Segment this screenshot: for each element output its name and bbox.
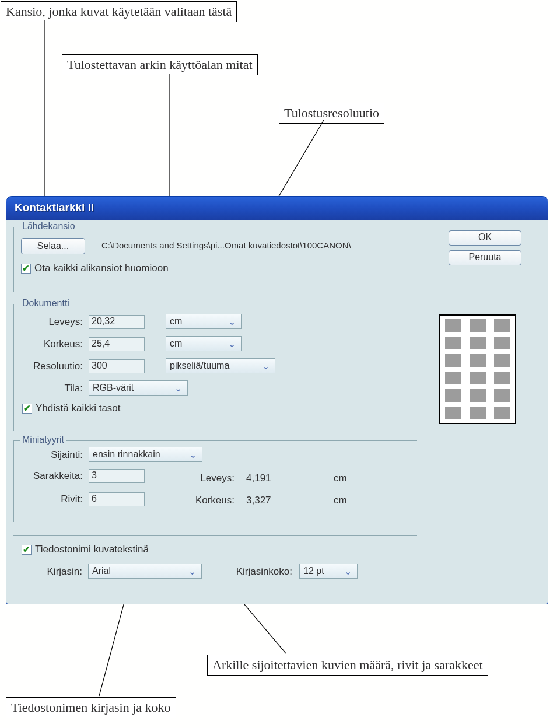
chevron-down-icon: ⌄ [342, 566, 354, 577]
filename-caption-label: Tiedostonimi kuvatekstinä [35, 544, 149, 555]
width-label: Leveys: [14, 316, 83, 328]
callout-font: Tiedostonimen kirjasin ja koko [6, 697, 176, 718]
include-subfolders-label: Ota kaikki alikansiot huomioon [34, 262, 169, 274]
preview-cell [445, 319, 461, 332]
thumb-width-value: 4,191 [246, 473, 271, 484]
dialog-body: OK Peruuta Lähdekansio Selaa... C:\Docum… [6, 220, 548, 232]
chevron-down-icon: ⌄ [226, 316, 237, 327]
preview-cell [445, 337, 461, 349]
font-label: Kirjasin: [13, 566, 82, 578]
mode-label: Tila: [14, 383, 83, 394]
preview-cell [494, 389, 510, 402]
preview-cell [494, 319, 510, 332]
resolution-label: Resoluutio: [14, 360, 83, 372]
thumb-height-value: 3,327 [246, 495, 271, 506]
preview-cell [470, 354, 486, 367]
chevron-down-icon: ⌄ [260, 360, 271, 372]
resolution-unit-value: pikseliä/tuuma [170, 360, 229, 371]
callout-sheet: Tulostettavan arkin käyttöalan mitat [62, 54, 258, 75]
preview-cell [445, 372, 461, 384]
font-value: Arial [92, 566, 111, 576]
placement-select[interactable]: ensin rinnakkain ⌄ [89, 447, 202, 462]
columns-label: Sarakkeita: [14, 470, 83, 482]
thumb-width-unit: cm [334, 473, 347, 484]
mode-value: RGB-värit [93, 383, 134, 393]
callout-folder: Kansio, jonka kuvat käytetään valitaan t… [1, 1, 237, 22]
preview-cell [470, 319, 486, 332]
preview-cell [494, 407, 510, 419]
cancel-button[interactable]: Peruuta [449, 250, 522, 265]
chevron-down-icon: ⌄ [186, 566, 198, 577]
preview-cell [445, 354, 461, 367]
chevron-down-icon: ⌄ [187, 449, 198, 460]
group-document-legend: Dokumentti [20, 298, 72, 309]
preview-cell [470, 407, 486, 419]
flatten-layers-checkbox[interactable]: ✔ Yhdistä kaikki tasot [22, 402, 121, 414]
rows-label: Rivit: [14, 494, 83, 505]
font-size-label: Kirjasinkoko: [206, 566, 292, 578]
font-size-select[interactable]: 12 pt ⌄ [299, 564, 358, 579]
group-source-legend: Lähdekansio [20, 221, 78, 232]
preview-cell [494, 354, 510, 367]
preview-cell [445, 407, 461, 419]
height-label: Korkeus: [14, 338, 83, 350]
group-thumbnails-legend: Miniatyyrit [20, 435, 66, 445]
callout-placement: Arkille sijoitettavien kuvien määrä, riv… [207, 654, 488, 676]
preview-cell [470, 389, 486, 402]
height-unit-select[interactable]: cm ⌄ [166, 336, 242, 351]
preview-cell [494, 372, 510, 384]
check-icon: ✔ [22, 404, 32, 414]
mode-select[interactable]: RGB-värit ⌄ [89, 380, 188, 396]
preview-cell [470, 372, 486, 384]
font-select[interactable]: Arial ⌄ [88, 564, 202, 579]
rows-input[interactable]: 6 [89, 492, 145, 506]
contact-sheet-preview [439, 314, 516, 424]
callout-resolution: Tulostusresoluutio [279, 103, 384, 124]
dialog-titlebar[interactable]: Kontaktiarkki II [6, 197, 548, 220]
preview-cell [494, 337, 510, 349]
group-source-folder: Lähdekansio Selaa... C:\Documents and Se… [13, 227, 417, 292]
placement-value: ensin rinnakkain [93, 449, 160, 460]
check-icon: ✔ [22, 545, 32, 555]
group-caption: ✔ Tiedostonimi kuvatekstinä Kirjasin: Ar… [13, 535, 417, 536]
width-input[interactable]: 20,32 [89, 315, 145, 329]
ok-button[interactable]: OK [449, 230, 522, 246]
filename-caption-checkbox[interactable]: ✔ Tiedostonimi kuvatekstinä [22, 544, 149, 555]
chevron-down-icon: ⌄ [226, 338, 237, 349]
thumb-height-unit: cm [334, 495, 347, 506]
flatten-layers-label: Yhdistä kaikki tasot [36, 402, 121, 414]
source-path: C:\Documents and Settings\pi...Omat kuva… [102, 240, 351, 250]
preview-cell [445, 389, 461, 402]
width-unit-select[interactable]: cm ⌄ [166, 314, 242, 329]
check-icon: ✔ [21, 264, 31, 274]
chevron-down-icon: ⌄ [172, 383, 184, 394]
thumb-height-label: Korkeus: [166, 495, 235, 506]
height-input[interactable]: 25,4 [89, 337, 145, 351]
columns-input[interactable]: 3 [89, 469, 145, 483]
preview-cell [470, 337, 486, 349]
include-subfolders-checkbox[interactable]: ✔ Ota kaikki alikansiot huomioon [21, 262, 169, 274]
browse-button[interactable]: Selaa... [21, 238, 85, 254]
font-size-value: 12 pt [303, 566, 324, 576]
group-document: Dokumentti Leveys: 20,32 cm ⌄ Korkeus: 2… [13, 304, 417, 431]
placement-label: Sijainti: [14, 449, 83, 461]
width-unit-value: cm [170, 316, 182, 327]
resolution-input[interactable]: 300 [89, 359, 145, 373]
dialog-contact-sheet: Kontaktiarkki II OK Peruuta Lähdekansio … [6, 196, 548, 604]
resolution-unit-select[interactable]: pikseliä/tuuma ⌄ [166, 358, 275, 373]
height-unit-value: cm [170, 338, 182, 349]
thumb-width-label: Leveys: [166, 473, 235, 484]
group-thumbnails: Miniatyyrit Sijainti: ensin rinnakkain ⌄… [13, 440, 417, 522]
